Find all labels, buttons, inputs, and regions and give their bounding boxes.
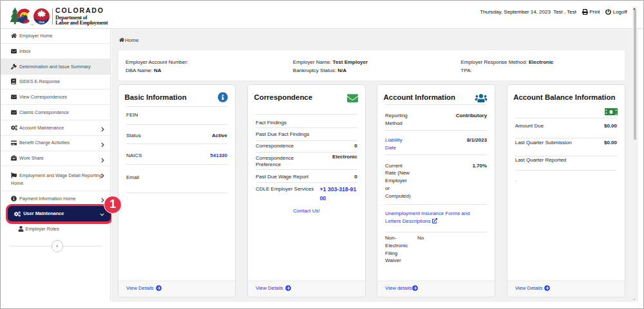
svg-text:CDLE: CDLE — [39, 21, 45, 24]
svg-text:TM: TM — [31, 24, 33, 26]
